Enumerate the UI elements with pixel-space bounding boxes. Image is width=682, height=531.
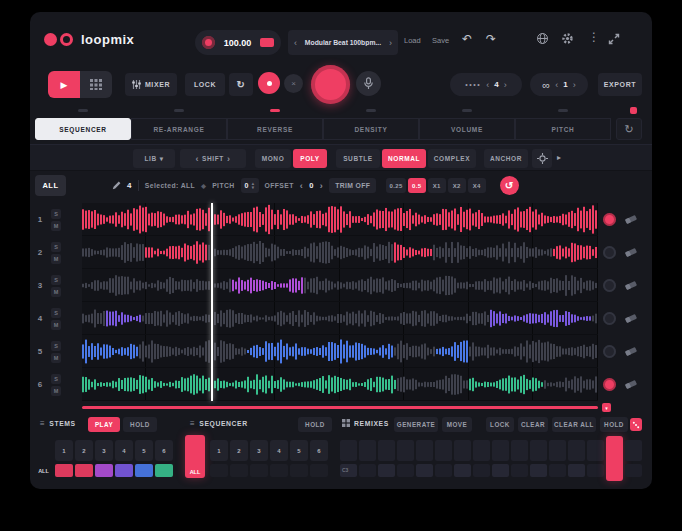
load-button[interactable]: Load xyxy=(404,36,421,45)
eraser-icon[interactable] xyxy=(625,280,637,291)
stem-color-6[interactable] xyxy=(155,464,173,477)
reset-button[interactable]: ↺ xyxy=(500,176,519,195)
remix-slot[interactable] xyxy=(549,440,566,461)
seq-pad-3[interactable]: 3 xyxy=(250,440,268,461)
prev-preset-icon[interactable]: ‹ xyxy=(294,38,297,48)
track-waveform[interactable] xyxy=(82,335,598,368)
trim-toggle[interactable]: TRIM OFF xyxy=(329,178,376,193)
lock-button[interactable]: LOCK xyxy=(185,73,225,96)
remix-slot[interactable] xyxy=(492,440,509,461)
track-loop-button[interactable] xyxy=(603,345,616,358)
eraser-icon[interactable] xyxy=(625,214,637,225)
poly-button[interactable]: POLY xyxy=(293,149,327,168)
mono-button[interactable]: MONO xyxy=(255,149,291,168)
seq-sub-pad-3[interactable] xyxy=(250,464,268,477)
mixer-button[interactable]: MIXER xyxy=(125,73,177,96)
remix-slot[interactable] xyxy=(625,464,642,477)
stem-pad-2[interactable]: 2 xyxy=(75,440,93,461)
gear-icon[interactable] xyxy=(561,32,574,47)
move-button[interactable]: MOVE xyxy=(442,417,472,432)
bars-decrement[interactable]: ‹ xyxy=(486,80,489,90)
stem-pad-1[interactable]: 1 xyxy=(55,440,73,461)
play-button[interactable]: ▶ xyxy=(48,71,80,98)
seq-pad-5[interactable]: 5 xyxy=(290,440,308,461)
remix-slot[interactable] xyxy=(549,464,566,477)
seq-pad-6[interactable]: 6 xyxy=(310,440,328,461)
seq-all-pad[interactable]: ALL xyxy=(185,435,205,478)
bars-control[interactable]: •••• ‹ 4 › xyxy=(450,73,522,96)
timeline-scrollbar[interactable] xyxy=(82,406,598,409)
track-loop-button[interactable] xyxy=(603,279,616,292)
remix-slot[interactable] xyxy=(397,464,414,477)
remix-slot[interactable] xyxy=(473,464,490,477)
remix-lock-button[interactable]: LOCK xyxy=(486,417,514,432)
stem-color-2[interactable] xyxy=(75,464,93,477)
tab-volume[interactable]: VOLUME xyxy=(419,118,515,140)
track-solo-button[interactable]: S xyxy=(51,242,61,252)
track-loop-button[interactable] xyxy=(603,246,616,259)
pitch-stepper[interactable]: 0 ▴▾ xyxy=(241,178,259,193)
clear-toggle-button[interactable]: × xyxy=(284,74,303,93)
anchor-target-button[interactable] xyxy=(532,149,552,168)
clear-all-button[interactable]: CLEAR ALL xyxy=(552,417,596,432)
remix-slot[interactable] xyxy=(454,464,471,477)
eraser-icon[interactable] xyxy=(625,247,637,258)
remix-slot[interactable] xyxy=(473,440,490,461)
eraser-icon[interactable] xyxy=(625,379,637,390)
playhead[interactable] xyxy=(211,203,213,401)
offset-decrement[interactable]: ‹ xyxy=(300,181,303,191)
loop-mode-button[interactable]: ↻ xyxy=(229,73,253,96)
remix-slot[interactable] xyxy=(397,440,414,461)
seq-sub-pad-2[interactable] xyxy=(230,464,248,477)
seq-pad-2[interactable]: 2 xyxy=(230,440,248,461)
stem-pad-6[interactable]: 6 xyxy=(155,440,173,461)
pencil-icon[interactable] xyxy=(112,181,121,190)
refresh-button[interactable]: ↻ xyxy=(616,118,642,140)
scroll-toggle-button[interactable]: ▾ xyxy=(602,403,611,412)
stems-all-button[interactable]: ALL xyxy=(34,464,53,477)
clear-button[interactable]: CLEAR xyxy=(518,417,548,432)
track-loop-button[interactable] xyxy=(603,213,616,226)
remix-slot[interactable] xyxy=(568,440,585,461)
fullscreen-icon[interactable] xyxy=(608,33,620,47)
remix-hold-button[interactable]: HOLD xyxy=(600,417,628,432)
stem-color-4[interactable] xyxy=(115,464,133,477)
seq-sub-pad-5[interactable] xyxy=(290,464,308,477)
smart-macro-button[interactable] xyxy=(311,65,350,104)
redo-icon[interactable]: ↷ xyxy=(486,33,496,45)
undo-icon[interactable]: ↶ xyxy=(462,33,472,45)
tab-pitch[interactable]: PITCH xyxy=(515,118,611,140)
select-all-tracks-button[interactable]: ALL xyxy=(35,175,66,196)
seq-sub-pad-4[interactable] xyxy=(270,464,288,477)
track-waveform[interactable] xyxy=(82,236,598,269)
grid-size-x2[interactable]: X2 xyxy=(448,178,466,193)
stem-pad-5[interactable]: 5 xyxy=(135,440,153,461)
track-waveform[interactable] xyxy=(82,368,598,401)
stem-pad-4[interactable]: 4 xyxy=(115,440,133,461)
loops-decrement[interactable]: ‹ xyxy=(555,80,558,90)
save-button[interactable]: Save xyxy=(432,36,449,45)
remix-slot[interactable] xyxy=(625,440,642,461)
tab-reverse[interactable]: REVERSE xyxy=(227,118,323,140)
anchor-next-icon[interactable]: ▸ xyxy=(557,153,561,162)
remix-slot[interactable] xyxy=(492,464,509,477)
remix-slot[interactable] xyxy=(416,464,433,477)
seq-sub-pad-1[interactable] xyxy=(210,464,228,477)
track-solo-button[interactable]: S xyxy=(51,341,61,351)
grid-size-0.25[interactable]: 0.25 xyxy=(386,178,405,193)
remix-slot[interactable] xyxy=(378,440,395,461)
track-waveform[interactable] xyxy=(82,269,598,302)
mic-button[interactable] xyxy=(356,71,381,96)
remix-slot[interactable] xyxy=(587,440,604,461)
track-mute-button[interactable]: M xyxy=(51,221,61,231)
tab-density[interactable]: DENSITY xyxy=(323,118,419,140)
remix-slot[interactable] xyxy=(340,440,357,461)
preset-browser[interactable]: ‹ Modular Beat 100bpm... › xyxy=(288,30,398,55)
grid-size-x1[interactable]: X1 xyxy=(428,178,446,193)
track-waveform[interactable] xyxy=(82,203,598,236)
track-solo-button[interactable]: S xyxy=(51,308,61,318)
stem-pad-3[interactable]: 3 xyxy=(95,440,113,461)
seq-sub-pad-6[interactable] xyxy=(310,464,328,477)
remix-slot[interactable] xyxy=(454,440,471,461)
track-mute-button[interactable]: M xyxy=(51,320,61,330)
